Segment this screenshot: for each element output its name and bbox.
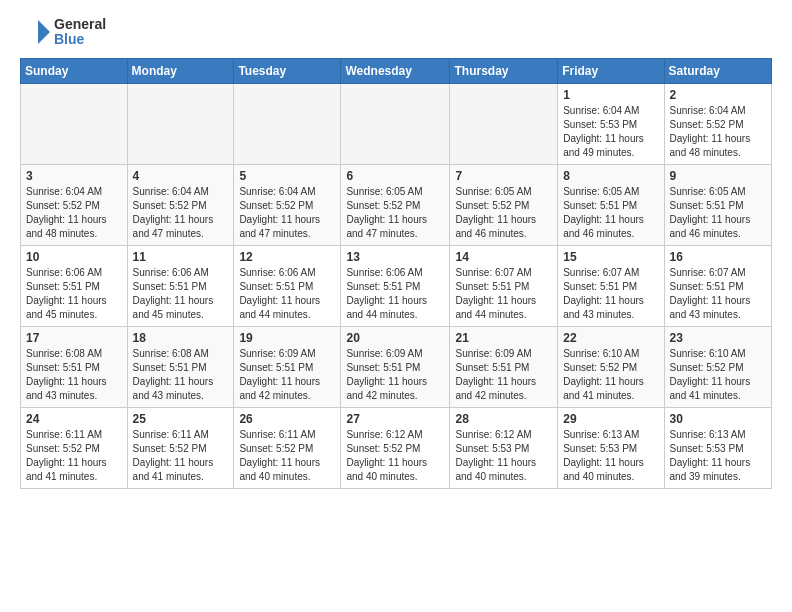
day-info: Sunrise: 6:09 AM Sunset: 5:51 PM Dayligh… (455, 347, 552, 403)
day-number: 10 (26, 250, 122, 264)
day-number: 9 (670, 169, 766, 183)
day-number: 2 (670, 88, 766, 102)
calendar-cell: 15Sunrise: 6:07 AM Sunset: 5:51 PM Dayli… (558, 246, 664, 327)
day-info: Sunrise: 6:04 AM Sunset: 5:52 PM Dayligh… (239, 185, 335, 241)
calendar-week-4: 17Sunrise: 6:08 AM Sunset: 5:51 PM Dayli… (21, 327, 772, 408)
day-info: Sunrise: 6:04 AM Sunset: 5:52 PM Dayligh… (133, 185, 229, 241)
logo-wrapper: General Blue (20, 16, 106, 48)
calendar-cell: 3Sunrise: 6:04 AM Sunset: 5:52 PM Daylig… (21, 165, 128, 246)
calendar-cell (21, 84, 128, 165)
day-number: 16 (670, 250, 766, 264)
weekday-header-sunday: Sunday (21, 59, 128, 84)
day-number: 4 (133, 169, 229, 183)
calendar-cell: 25Sunrise: 6:11 AM Sunset: 5:52 PM Dayli… (127, 408, 234, 489)
day-number: 30 (670, 412, 766, 426)
day-number: 18 (133, 331, 229, 345)
day-number: 27 (346, 412, 444, 426)
calendar-cell: 22Sunrise: 6:10 AM Sunset: 5:52 PM Dayli… (558, 327, 664, 408)
day-info: Sunrise: 6:08 AM Sunset: 5:51 PM Dayligh… (26, 347, 122, 403)
weekday-header-thursday: Thursday (450, 59, 558, 84)
day-info: Sunrise: 6:06 AM Sunset: 5:51 PM Dayligh… (239, 266, 335, 322)
day-info: Sunrise: 6:07 AM Sunset: 5:51 PM Dayligh… (455, 266, 552, 322)
calendar-cell: 29Sunrise: 6:13 AM Sunset: 5:53 PM Dayli… (558, 408, 664, 489)
day-info: Sunrise: 6:09 AM Sunset: 5:51 PM Dayligh… (239, 347, 335, 403)
calendar-table: SundayMondayTuesdayWednesdayThursdayFrid… (20, 58, 772, 489)
calendar-cell: 4Sunrise: 6:04 AM Sunset: 5:52 PM Daylig… (127, 165, 234, 246)
day-info: Sunrise: 6:12 AM Sunset: 5:53 PM Dayligh… (455, 428, 552, 484)
day-number: 23 (670, 331, 766, 345)
calendar-cell: 13Sunrise: 6:06 AM Sunset: 5:51 PM Dayli… (341, 246, 450, 327)
weekday-header-row: SundayMondayTuesdayWednesdayThursdayFrid… (21, 59, 772, 84)
day-number: 19 (239, 331, 335, 345)
calendar-cell: 18Sunrise: 6:08 AM Sunset: 5:51 PM Dayli… (127, 327, 234, 408)
calendar-cell: 19Sunrise: 6:09 AM Sunset: 5:51 PM Dayli… (234, 327, 341, 408)
weekday-header-tuesday: Tuesday (234, 59, 341, 84)
day-number: 25 (133, 412, 229, 426)
calendar-cell: 30Sunrise: 6:13 AM Sunset: 5:53 PM Dayli… (664, 408, 771, 489)
day-number: 29 (563, 412, 658, 426)
weekday-header-saturday: Saturday (664, 59, 771, 84)
day-info: Sunrise: 6:05 AM Sunset: 5:52 PM Dayligh… (346, 185, 444, 241)
day-info: Sunrise: 6:08 AM Sunset: 5:51 PM Dayligh… (133, 347, 229, 403)
calendar-cell: 9Sunrise: 6:05 AM Sunset: 5:51 PM Daylig… (664, 165, 771, 246)
calendar-cell: 11Sunrise: 6:06 AM Sunset: 5:51 PM Dayli… (127, 246, 234, 327)
day-info: Sunrise: 6:11 AM Sunset: 5:52 PM Dayligh… (239, 428, 335, 484)
calendar-cell (234, 84, 341, 165)
logo-blue: Blue (54, 32, 106, 47)
day-number: 11 (133, 250, 229, 264)
logo-svg (20, 16, 52, 48)
day-info: Sunrise: 6:09 AM Sunset: 5:51 PM Dayligh… (346, 347, 444, 403)
day-number: 20 (346, 331, 444, 345)
day-number: 6 (346, 169, 444, 183)
day-info: Sunrise: 6:04 AM Sunset: 5:53 PM Dayligh… (563, 104, 658, 160)
calendar-cell: 26Sunrise: 6:11 AM Sunset: 5:52 PM Dayli… (234, 408, 341, 489)
day-number: 21 (455, 331, 552, 345)
calendar-week-3: 10Sunrise: 6:06 AM Sunset: 5:51 PM Dayli… (21, 246, 772, 327)
calendar-cell: 20Sunrise: 6:09 AM Sunset: 5:51 PM Dayli… (341, 327, 450, 408)
calendar-cell: 24Sunrise: 6:11 AM Sunset: 5:52 PM Dayli… (21, 408, 128, 489)
calendar-cell: 12Sunrise: 6:06 AM Sunset: 5:51 PM Dayli… (234, 246, 341, 327)
day-info: Sunrise: 6:07 AM Sunset: 5:51 PM Dayligh… (563, 266, 658, 322)
calendar-cell: 27Sunrise: 6:12 AM Sunset: 5:52 PM Dayli… (341, 408, 450, 489)
calendar-cell: 14Sunrise: 6:07 AM Sunset: 5:51 PM Dayli… (450, 246, 558, 327)
day-info: Sunrise: 6:05 AM Sunset: 5:51 PM Dayligh… (563, 185, 658, 241)
calendar-cell: 2Sunrise: 6:04 AM Sunset: 5:52 PM Daylig… (664, 84, 771, 165)
day-info: Sunrise: 6:05 AM Sunset: 5:52 PM Dayligh… (455, 185, 552, 241)
header: General Blue (20, 16, 772, 48)
calendar-cell: 21Sunrise: 6:09 AM Sunset: 5:51 PM Dayli… (450, 327, 558, 408)
day-number: 13 (346, 250, 444, 264)
day-info: Sunrise: 6:06 AM Sunset: 5:51 PM Dayligh… (346, 266, 444, 322)
day-number: 26 (239, 412, 335, 426)
svg-marker-0 (38, 20, 50, 44)
day-number: 28 (455, 412, 552, 426)
calendar-week-1: 1Sunrise: 6:04 AM Sunset: 5:53 PM Daylig… (21, 84, 772, 165)
day-number: 3 (26, 169, 122, 183)
logo-general: General (54, 17, 106, 32)
calendar-cell: 10Sunrise: 6:06 AM Sunset: 5:51 PM Dayli… (21, 246, 128, 327)
day-info: Sunrise: 6:13 AM Sunset: 5:53 PM Dayligh… (563, 428, 658, 484)
weekday-header-wednesday: Wednesday (341, 59, 450, 84)
weekday-header-monday: Monday (127, 59, 234, 84)
day-number: 15 (563, 250, 658, 264)
day-number: 7 (455, 169, 552, 183)
day-info: Sunrise: 6:04 AM Sunset: 5:52 PM Dayligh… (670, 104, 766, 160)
day-info: Sunrise: 6:13 AM Sunset: 5:53 PM Dayligh… (670, 428, 766, 484)
day-info: Sunrise: 6:05 AM Sunset: 5:51 PM Dayligh… (670, 185, 766, 241)
day-number: 1 (563, 88, 658, 102)
calendar-cell (341, 84, 450, 165)
calendar-cell: 6Sunrise: 6:05 AM Sunset: 5:52 PM Daylig… (341, 165, 450, 246)
calendar-cell: 17Sunrise: 6:08 AM Sunset: 5:51 PM Dayli… (21, 327, 128, 408)
calendar-cell (127, 84, 234, 165)
calendar-cell: 1Sunrise: 6:04 AM Sunset: 5:53 PM Daylig… (558, 84, 664, 165)
day-number: 24 (26, 412, 122, 426)
day-info: Sunrise: 6:07 AM Sunset: 5:51 PM Dayligh… (670, 266, 766, 322)
day-info: Sunrise: 6:11 AM Sunset: 5:52 PM Dayligh… (26, 428, 122, 484)
day-number: 8 (563, 169, 658, 183)
logo-text: General Blue (54, 17, 106, 48)
day-info: Sunrise: 6:11 AM Sunset: 5:52 PM Dayligh… (133, 428, 229, 484)
logo: General Blue (20, 16, 106, 48)
calendar-week-5: 24Sunrise: 6:11 AM Sunset: 5:52 PM Dayli… (21, 408, 772, 489)
day-number: 17 (26, 331, 122, 345)
page: General Blue SundayMondayTuesdayWednesda… (0, 0, 792, 499)
day-info: Sunrise: 6:06 AM Sunset: 5:51 PM Dayligh… (26, 266, 122, 322)
